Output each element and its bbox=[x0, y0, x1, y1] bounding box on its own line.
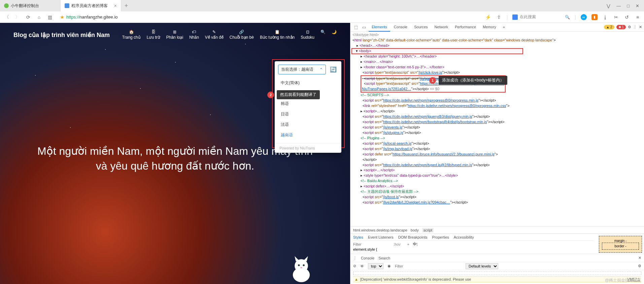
dt-tab-more[interactable]: » bbox=[500, 23, 508, 32]
new-tab-button[interactable]: + bbox=[121, 0, 131, 11]
browser-tabs: 小牛翻译控制台 程序员南方者的博客× + ⋁ — □ ✕ bbox=[0, 0, 644, 11]
theme-toggle-icon[interactable]: 🌙 bbox=[332, 30, 337, 40]
translate-popup: 当前选择：越南语⌃ 🔄 中文(简体) 英语 韩语 日语 法语 越南语 Power… bbox=[275, 61, 341, 153]
close-icon[interactable]: × bbox=[114, 3, 117, 8]
maximize-icon[interactable]: □ bbox=[627, 3, 630, 8]
console-toggle-icon[interactable]: ⋮ bbox=[353, 256, 357, 260]
home-icon[interactable]: ⌂ bbox=[36, 14, 42, 20]
add-rule-icon[interactable]: + bbox=[407, 242, 409, 246]
nav-item[interactable]: 🗄Lưu trữ bbox=[147, 30, 160, 40]
elements-tree[interactable]: <!doctype html> <html lang="zh-CN" data-… bbox=[350, 32, 644, 226]
star-icon[interactable]: ★ bbox=[60, 14, 64, 20]
more-icon[interactable]: ⋮ bbox=[633, 25, 637, 29]
annotation-text: 添加成功（添加在<body>标签内） bbox=[439, 76, 507, 85]
download-icon[interactable]: ⭳ bbox=[602, 14, 608, 20]
tab-0[interactable]: 小牛翻译控制台 bbox=[0, 0, 61, 11]
close-icon[interactable]: ✕ bbox=[638, 256, 641, 260]
lang-option[interactable]: 日语 bbox=[279, 109, 337, 119]
nav-item[interactable]: ✎Về vấn đề bbox=[205, 30, 224, 40]
tab-label: 程序员南方者的博客 bbox=[71, 3, 108, 9]
settings-icon[interactable]: ⚙ bbox=[638, 264, 641, 268]
dt-tab[interactable]: Memory bbox=[480, 23, 499, 32]
share-icon[interactable]: ⇪ bbox=[496, 14, 502, 20]
devtools-panel: ⬚ ▭ Elements Console Sources Network Per… bbox=[350, 23, 644, 284]
warning-badge[interactable]: ▲ 2 bbox=[604, 25, 614, 29]
search-box[interactable]: 在此搜索🔍 bbox=[512, 14, 570, 20]
dt-tab[interactable]: Sources bbox=[411, 23, 431, 32]
annotation-badge: 2 bbox=[267, 92, 274, 98]
settings-icon[interactable]: ⚙ bbox=[628, 25, 631, 29]
svg-point-2 bbox=[298, 264, 300, 266]
history-icon[interactable]: ↺ bbox=[624, 14, 630, 20]
search-icon[interactable]: 🔍 bbox=[565, 15, 570, 20]
nav-menu: 🏠Trang chủ 🗄Lưu trữ ⊞Phân loại 🏷Nhãn ✎Về… bbox=[122, 30, 337, 40]
minimize-icon[interactable]: — bbox=[616, 3, 621, 8]
lang-option[interactable]: 韩语 bbox=[279, 99, 337, 109]
tab-1[interactable]: 程序员南方者的博客× bbox=[61, 0, 121, 11]
clear-icon[interactable]: ⊘ bbox=[353, 264, 356, 268]
svg-point-4 bbox=[300, 267, 302, 269]
mascot-cat bbox=[286, 254, 316, 284]
breadcrumb[interactable]: html.windows.desktop.landscapebodyscript bbox=[350, 226, 644, 234]
context-select[interactable]: top bbox=[368, 263, 383, 269]
device-icon[interactable]: ▭ bbox=[361, 25, 367, 30]
nav-item[interactable]: ⊡Sudoku bbox=[301, 30, 314, 40]
level-select[interactable]: Default levels bbox=[466, 263, 498, 269]
styles-tab[interactable]: Properties bbox=[432, 235, 449, 239]
tab-menu-icon[interactable]: ⋁ bbox=[607, 3, 610, 8]
back-icon[interactable]: 〈 bbox=[3, 14, 10, 20]
lang-option[interactable]: 法语 bbox=[279, 119, 337, 130]
bolt-icon[interactable]: ⚡ bbox=[485, 14, 491, 20]
menu-icon[interactable]: ≡ bbox=[635, 14, 641, 20]
console-tab[interactable]: Console bbox=[361, 256, 374, 260]
nav-item[interactable]: 📋Bức tường tin nhắn bbox=[260, 30, 295, 40]
dt-tab[interactable]: Console bbox=[391, 23, 410, 32]
dt-tab[interactable]: Network bbox=[432, 23, 451, 32]
language-select[interactable]: 当前选择：越南语⌃ bbox=[278, 65, 326, 74]
more-icon[interactable]: �ţ bbox=[413, 242, 417, 246]
forward-icon[interactable]: 〉 bbox=[14, 14, 21, 20]
separator: | bbox=[575, 14, 576, 20]
styles-tab[interactable]: Accessibility bbox=[454, 235, 474, 239]
lang-option[interactable]: 越南语 bbox=[279, 130, 337, 140]
search-provider-icon bbox=[512, 14, 518, 20]
styles-tab[interactable]: Styles bbox=[353, 235, 363, 239]
browser-toolbar: 〈 〉 ⟳ ⌂ ▥ ★ https://nanfangzhe.gitee.io … bbox=[0, 11, 644, 23]
reader-icon[interactable]: ▥ bbox=[46, 14, 53, 20]
styles-tab[interactable]: DOM Breakpoints bbox=[398, 235, 428, 239]
annotation-text: 然后就看到能翻译了 bbox=[277, 90, 320, 99]
element-style: element.style { bbox=[353, 246, 594, 251]
nav-item[interactable]: ⊞Phân loại bbox=[166, 30, 183, 40]
nav-item[interactable]: 🔗Chuỗi bạn bè bbox=[230, 30, 254, 40]
hov-toggle[interactable]: :hov bbox=[394, 242, 401, 246]
close-icon[interactable]: ✕ bbox=[639, 25, 642, 29]
console-tab[interactable]: Search bbox=[378, 256, 390, 260]
nav-search-icon[interactable]: 🔍 bbox=[320, 30, 326, 40]
nav-item[interactable]: 🏠Trang chủ bbox=[122, 30, 141, 40]
url-scheme: https:// bbox=[66, 14, 79, 20]
console-filter[interactable] bbox=[395, 264, 441, 268]
translate-icon[interactable]: 🔄 bbox=[329, 65, 338, 74]
watermark: @稀土掘金技术社区 bbox=[605, 278, 641, 283]
close-window-icon[interactable]: ✕ bbox=[636, 3, 639, 8]
dt-tab[interactable]: Elements bbox=[369, 23, 390, 32]
ext-icon[interactable]: ∞ bbox=[581, 14, 587, 20]
tab-label: 小牛翻译控制台 bbox=[11, 3, 39, 9]
address-bar[interactable]: ★ https://nanfangzhe.gitee.io bbox=[60, 14, 118, 20]
lang-option[interactable]: 中文(简体) bbox=[279, 78, 337, 88]
search-placeholder: 在此搜索 bbox=[520, 14, 536, 20]
site-title[interactable]: Blog của lập trình viên miền Nam bbox=[13, 31, 110, 39]
ext-icon[interactable]: ▮ bbox=[591, 14, 598, 20]
styles-tab[interactable]: Event Listeners bbox=[368, 235, 394, 239]
cut-icon[interactable]: ✂ bbox=[613, 14, 619, 20]
eye-icon[interactable]: 👁 bbox=[360, 264, 364, 268]
eye-icon[interactable]: ◉ bbox=[387, 264, 391, 268]
favicon-icon bbox=[4, 3, 9, 8]
styles-filter[interactable] bbox=[353, 242, 390, 246]
error-badge[interactable]: ✖ 1 bbox=[616, 25, 626, 29]
nav-item[interactable]: 🏷Nhãn bbox=[189, 30, 199, 40]
inspect-icon[interactable]: ⬚ bbox=[352, 25, 359, 30]
dt-tab[interactable]: Performance bbox=[452, 23, 479, 32]
refresh-icon[interactable]: ⟳ bbox=[25, 14, 32, 20]
chevron-up-icon: ⌃ bbox=[319, 67, 323, 72]
